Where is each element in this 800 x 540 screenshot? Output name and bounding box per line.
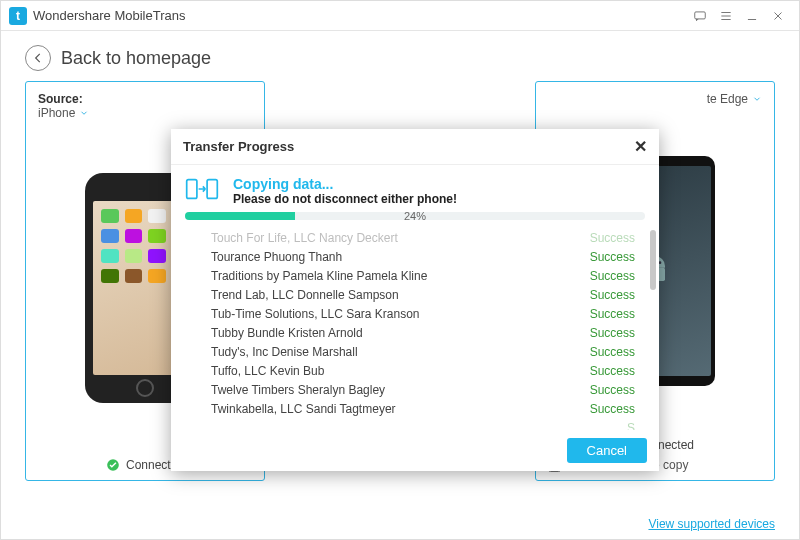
list-item: S — [211, 418, 653, 430]
list-item: Tuffo, LLC Kevin BubSuccess — [211, 361, 653, 380]
list-item-label: Tub-Time Solutions, LLC Sara Kranson — [211, 307, 420, 321]
list-item: Touch For Life, LLC Nancy DeckertSuccess — [211, 228, 653, 247]
list-item-label: Tourance Phuong Thanh — [211, 250, 342, 264]
list-item-label: Tuffo, LLC Kevin Bub — [211, 364, 324, 378]
view-supported-devices-link[interactable]: View supported devices — [648, 517, 775, 531]
list-item: Tourance Phuong ThanhSuccess — [211, 247, 653, 266]
progress-percent: 24% — [404, 210, 426, 222]
list-item-label: Touch For Life, LLC Nancy Deckert — [211, 231, 398, 245]
feedback-icon[interactable] — [687, 3, 713, 29]
copying-label: Copying data... — [233, 176, 457, 192]
dialog-title: Transfer Progress — [183, 139, 294, 154]
list-item: Traditions by Pamela Kline Pamela KlineS… — [211, 266, 653, 285]
list-item-status: Success — [590, 269, 635, 283]
list-item: Twinkabella, LLC Sandi TagtmeyerSuccess — [211, 399, 653, 418]
list-item-status: Success — [590, 288, 635, 302]
destination-device-select[interactable]: te Edge — [707, 92, 762, 106]
list-item-label: Tudy's, Inc Denise Marshall — [211, 345, 358, 359]
list-item-status: Success — [590, 231, 635, 245]
progress-fill — [185, 212, 295, 220]
svg-rect-9 — [207, 180, 217, 199]
list-item-label: Trend Lab, LLC Donnelle Sampson — [211, 288, 399, 302]
transfer-progress-dialog: Transfer Progress ✕ Copying data... Plea… — [171, 129, 659, 471]
list-item-status: Success — [590, 364, 635, 378]
titlebar: t Wondershare MobileTrans — [1, 1, 799, 31]
transfer-list: Touch For Life, LLC Nancy DeckertSuccess… — [171, 224, 659, 430]
list-item-status: Success — [590, 307, 635, 321]
list-item-status: Success — [590, 326, 635, 340]
list-item: Twelve Timbers Sheralyn BagleySuccess — [211, 380, 653, 399]
svg-rect-0 — [695, 11, 706, 18]
source-label: Source: — [38, 92, 83, 106]
list-item-label: Tubby Bundle Kristen Arnold — [211, 326, 363, 340]
main-content: Back to homepage Source: iPhone — [1, 31, 799, 539]
back-arrow-icon — [25, 45, 51, 71]
list-item-label: Traditions by Pamela Kline Pamela Kline — [211, 269, 427, 283]
copy-phones-icon — [185, 175, 219, 206]
cancel-button[interactable]: Cancel — [567, 438, 647, 463]
list-item-status: Success — [590, 402, 635, 416]
back-to-homepage[interactable]: Back to homepage — [25, 45, 775, 71]
list-item: Tub-Time Solutions, LLC Sara KransonSucc… — [211, 304, 653, 323]
list-item-status: Success — [590, 250, 635, 264]
back-label: Back to homepage — [61, 48, 211, 69]
app-logo-icon: t — [9, 7, 27, 25]
dialog-close-icon[interactable]: ✕ — [634, 137, 647, 156]
svg-rect-8 — [187, 180, 197, 199]
minimize-icon[interactable] — [739, 3, 765, 29]
check-icon — [106, 458, 120, 472]
list-item: Tubby Bundle Kristen ArnoldSuccess — [211, 323, 653, 342]
list-item: Trend Lab, LLC Donnelle SampsonSuccess — [211, 285, 653, 304]
close-icon[interactable] — [765, 3, 791, 29]
list-item-status: Success — [590, 345, 635, 359]
app-title: Wondershare MobileTrans — [33, 8, 185, 23]
list-item: Tudy's, Inc Denise MarshallSuccess — [211, 342, 653, 361]
warning-label: Please do not disconnect either phone! — [233, 192, 457, 206]
list-item-label: Twelve Timbers Sheralyn Bagley — [211, 383, 385, 397]
menu-icon[interactable] — [713, 3, 739, 29]
svg-point-6 — [659, 261, 662, 264]
source-device-select[interactable]: iPhone — [38, 106, 89, 120]
list-item-label: Twinkabella, LLC Sandi Tagtmeyer — [211, 402, 396, 416]
list-item-status: Success — [590, 383, 635, 397]
